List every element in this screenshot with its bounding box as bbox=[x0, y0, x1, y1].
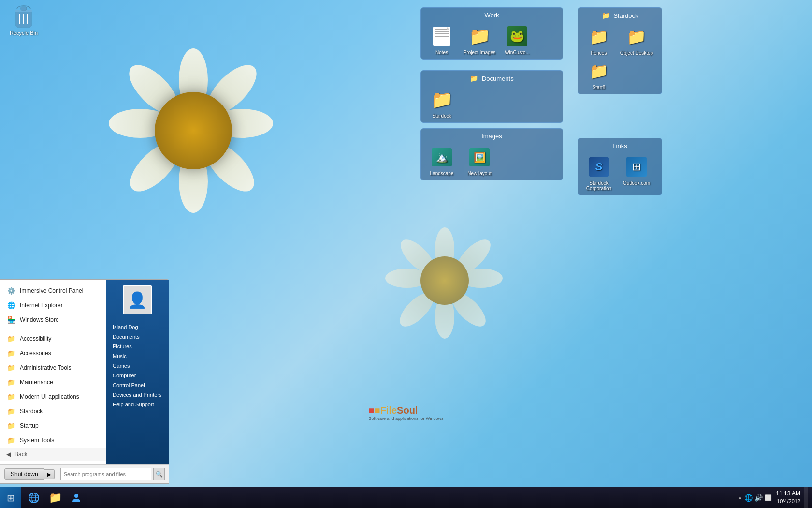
start-button[interactable]: ⊞ bbox=[0, 487, 21, 508]
store-icon: 🏪 bbox=[6, 315, 16, 325]
fence-stardock-right-title: 📁 Stardock bbox=[582, 12, 658, 21]
folder-icon: 📁 bbox=[589, 28, 609, 46]
accessibility-folder-icon: 📁 bbox=[6, 334, 16, 344]
menu-separator bbox=[0, 329, 106, 329]
fence-stardock-right-icons: 📁 Fences 📁 Object Desktop 📁 Start8 bbox=[582, 25, 658, 90]
fence-icon-project-images[interactable]: 📁 Project Images bbox=[463, 25, 496, 55]
back-chevron-icon: ◀ bbox=[6, 451, 11, 458]
fence-stardock-right: 📁 Stardock 📁 Fences 📁 Object Desktop 📁 S… bbox=[578, 7, 662, 94]
fence-work-title: Work bbox=[425, 12, 559, 21]
start-menu-right: 👤 Island Dog Documents Pictures Music Ga… bbox=[106, 280, 169, 464]
fence-icon-stardock-corp[interactable]: S Stardock Corporation bbox=[582, 155, 616, 191]
folder-icon: 📁 bbox=[589, 62, 609, 80]
folder-taskbar-icon: 📁 bbox=[49, 492, 62, 504]
menu-item-startup[interactable]: 📁 Startup bbox=[0, 418, 106, 433]
show-desktop-button[interactable] bbox=[804, 487, 808, 508]
menu-item-internet-explorer[interactable]: 🌐 Internet Explorer bbox=[0, 298, 106, 313]
filesoul-logo-colored: ■■ bbox=[368, 405, 380, 416]
filesoul-watermark: ■■ FileSoul Software and applications fo… bbox=[368, 405, 443, 421]
search-button[interactable]: 🔍 bbox=[153, 468, 165, 480]
fence-links-title: Links bbox=[582, 142, 658, 151]
search-input[interactable] bbox=[60, 468, 151, 480]
fence-documents: 📁 Documents 📁 Stardock bbox=[420, 70, 563, 123]
menu-item-modern-ui[interactable]: 📁 Modern UI applications bbox=[0, 389, 106, 404]
fence-icon-landscape[interactable]: 🏔️ Landscape bbox=[425, 146, 459, 176]
stardock-folder-icon: 📁 bbox=[602, 12, 610, 19]
recycle-bin[interactable]: Recycle Bin bbox=[10, 5, 38, 36]
right-link-music[interactable]: Music bbox=[110, 351, 165, 361]
folder-icon: 📁 bbox=[627, 28, 646, 46]
fence-icon-object-desktop[interactable]: 📁 Object Desktop bbox=[620, 25, 653, 56]
fence-icon-start8[interactable]: 📁 Start8 bbox=[582, 60, 616, 90]
fence-links: Links S Stardock Corporation ⊞ Outlook.c… bbox=[578, 138, 662, 195]
fence-icon-notes[interactable]: Notes bbox=[425, 25, 459, 55]
fence-images: Images 🏔️ Landscape 🖼️ New layout bbox=[420, 128, 563, 180]
start-menu-top: ⚙️ Immersive Control Panel 🌐 Internet Ex… bbox=[0, 280, 169, 464]
fence-icon-new-layout[interactable]: 🖼️ New layout bbox=[463, 146, 496, 176]
flower-decoration bbox=[121, 58, 266, 203]
folder-icon: 📁 bbox=[469, 26, 491, 46]
taskbar-ie-icon[interactable] bbox=[24, 488, 44, 508]
menu-item-system-tools[interactable]: 📁 System Tools bbox=[0, 433, 106, 448]
stardock-folder-icon: 📁 bbox=[6, 406, 16, 416]
right-link-help-support[interactable]: Help and Support bbox=[110, 400, 165, 409]
shutdown-button[interactable]: Shut down bbox=[4, 468, 44, 480]
menu-item-accessibility[interactable]: 📁 Accessibility bbox=[0, 331, 106, 346]
start-menu-programs: ⚙️ Immersive Control Panel 🌐 Internet Ex… bbox=[0, 280, 106, 464]
control-panel-icon: ⚙️ bbox=[6, 286, 16, 296]
fence-documents-icons: 📁 Stardock bbox=[425, 88, 559, 119]
svg-point-11 bbox=[74, 494, 78, 498]
right-link-pictures[interactable]: Pictures bbox=[110, 342, 165, 351]
menu-item-stardock[interactable]: 📁 Stardock bbox=[0, 404, 106, 418]
shutdown-arrow-button[interactable]: ▶ bbox=[44, 469, 55, 479]
folder-icon: 📁 bbox=[431, 90, 453, 110]
start-menu-right-links: Island Dog Documents Pictures Music Game… bbox=[110, 322, 165, 409]
start-menu: ⚙️ Immersive Control Panel 🌐 Internet Ex… bbox=[0, 279, 169, 484]
taskbar: ⊞ 📁 ▲ 🌐 🔊 ⬜ bbox=[0, 487, 812, 508]
back-button[interactable]: ◀ Back bbox=[0, 448, 106, 461]
fence-icon-wincusto[interactable]: 🐸 WinCusto... bbox=[500, 25, 534, 55]
start-menu-bottom: Shut down ▶ 🔍 bbox=[0, 464, 169, 483]
fence-icon-stardock-doc[interactable]: 📁 Stardock bbox=[425, 88, 459, 119]
right-link-computer[interactable]: Computer bbox=[110, 371, 165, 380]
fence-icon-outlook[interactable]: ⊞ Outlook.com bbox=[620, 155, 653, 186]
user-avatar[interactable]: 👤 bbox=[123, 285, 152, 314]
fence-images-icons: 🏔️ Landscape 🖼️ New layout bbox=[425, 146, 559, 176]
ie-menu-icon: 🌐 bbox=[6, 300, 16, 310]
clock[interactable]: 11:13 AM 10/4/2012 bbox=[776, 490, 800, 505]
ie-icon-svg bbox=[28, 492, 40, 504]
fence-images-title: Images bbox=[425, 133, 559, 142]
tray-up-arrow[interactable]: ▲ bbox=[738, 495, 742, 500]
right-link-island-dog[interactable]: Island Dog bbox=[110, 322, 165, 332]
recycle-bin-icon bbox=[12, 5, 35, 28]
fence-icon-fences[interactable]: 📁 Fences bbox=[582, 25, 616, 56]
fence-work: Work Notes 📁 Project Images 🐸 bbox=[420, 7, 563, 60]
maintenance-folder-icon: 📁 bbox=[6, 377, 16, 387]
menu-item-windows-store[interactable]: 🏪 Windows Store bbox=[0, 313, 106, 327]
tray-volume-icon[interactable]: 🔊 bbox=[754, 494, 763, 502]
fence-work-icons: Notes 📁 Project Images 🐸 WinCusto... bbox=[425, 25, 559, 55]
user-icon-svg bbox=[71, 492, 82, 504]
accessories-folder-icon: 📁 bbox=[6, 348, 16, 358]
right-link-games[interactable]: Games bbox=[110, 361, 165, 371]
menu-item-administrative-tools[interactable]: 📁 Administrative Tools bbox=[0, 360, 106, 375]
flower-decoration-2 bbox=[396, 232, 493, 329]
system-tools-folder-icon: 📁 bbox=[6, 435, 16, 445]
menu-item-accessories[interactable]: 📁 Accessories bbox=[0, 346, 106, 360]
tray-network-icon[interactable]: 🌐 bbox=[744, 494, 753, 502]
taskbar-user-icon[interactable] bbox=[67, 488, 86, 508]
right-link-devices-printers[interactable]: Devices and Printers bbox=[110, 390, 165, 400]
tray-battery-icon[interactable]: ⬜ bbox=[765, 494, 772, 501]
tray-icons: ▲ 🌐 🔊 ⬜ bbox=[738, 494, 772, 502]
recycle-bin-label: Recycle Bin bbox=[10, 30, 38, 36]
right-link-documents[interactable]: Documents bbox=[110, 332, 165, 342]
system-tray: ▲ 🌐 🔊 ⬜ 11:13 AM 10/4/2012 bbox=[738, 487, 812, 508]
menu-item-immersive-control-panel[interactable]: ⚙️ Immersive Control Panel bbox=[0, 284, 106, 298]
taskbar-pinned-icons: 📁 bbox=[21, 488, 89, 508]
right-link-control-panel[interactable]: Control Panel bbox=[110, 380, 165, 390]
svg-rect-2 bbox=[21, 7, 27, 10]
clock-date: 10/4/2012 bbox=[776, 498, 800, 505]
menu-item-maintenance[interactable]: 📁 Maintenance bbox=[0, 375, 106, 389]
taskbar-explorer-icon[interactable]: 📁 bbox=[45, 488, 65, 508]
startup-folder-icon: 📁 bbox=[6, 421, 16, 431]
